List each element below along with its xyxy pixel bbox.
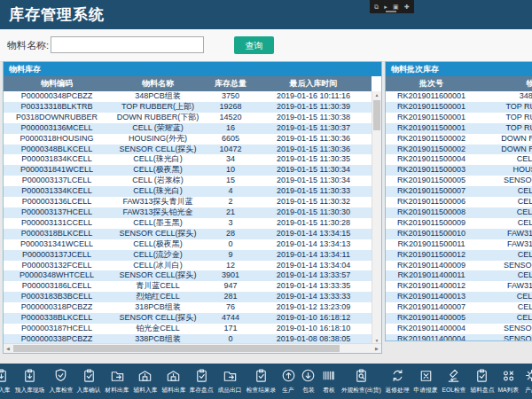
- table-row[interactable]: P0003183B3BCELL烈焰红CELL2812019-01-14 13:3…: [4, 292, 372, 302]
- table-cell: 76: [206, 302, 255, 313]
- table-cell: RK2019011400009: [386, 261, 477, 271]
- toolbar-item[interactable]: 产品: [523, 366, 532, 395]
- query-button[interactable]: 查询: [234, 36, 274, 54]
- scroll-left-icon[interactable]: ◀: [4, 344, 12, 353]
- toolbar-item[interactable]: 辅料入库: [133, 366, 158, 395]
- toolbar-item[interactable]: 生产: [280, 366, 297, 395]
- toolbar-item[interactable]: 入库确认: [76, 366, 101, 395]
- table-row[interactable]: RK2019011500002DOWN RUBBER(下部): [386, 145, 532, 155]
- table-row[interactable]: RK2019011500004CELL (荣耀蓝): [386, 154, 532, 165]
- table-row[interactable]: RK2019011500012CELL(墨玉黑): [386, 250, 532, 261]
- toolbar-item[interactable]: 入库检查: [49, 366, 74, 395]
- column-header: 库存总量: [206, 76, 255, 91]
- table-row[interactable]: P000003137LCELLCELL (岩浆棕)152019-01-15 11…: [4, 176, 372, 186]
- material-name-input[interactable]: [51, 36, 204, 53]
- export-icon[interactable]: ⧉: [374, 4, 379, 10]
- toolbar-item[interactable]: 看板: [320, 366, 337, 395]
- toolbar-item[interactable]: 材料出库: [105, 366, 129, 395]
- vertical-scrollbar[interactable]: ▲ ▼: [372, 91, 381, 345]
- table-row[interactable]: RK2019011400009SENSOR CELL(探头): [386, 261, 532, 271]
- table-row[interactable]: P000003187HCELL铂光金CELL1712019-01-10 16:1…: [4, 324, 372, 334]
- table-row[interactable]: RK2019011500001TOP RUBBER(上部): [386, 102, 532, 113]
- table-row[interactable]: P000031334KCELLCELL(珠光白)42019-01-15 11:3…: [4, 186, 372, 197]
- table-row[interactable]: RK2019011400005CELL (岩浆棕): [386, 313, 532, 324]
- table-cell: CELL(极夜黑): [110, 165, 206, 176]
- table-cell: TOP RUBBER(上部): [110, 102, 206, 113]
- table-row[interactable]: P00313318BLKTRBTOP RUBBER(上部)192682019-0…: [4, 102, 372, 113]
- toolbar-item[interactable]: 成品出口: [217, 366, 242, 395]
- table-row[interactable]: RK2019011500005SENSOR CELL(探头): [386, 176, 532, 186]
- table-row[interactable]: P000031834KCELLCELL(珠光白)342019-01-15 11:…: [4, 154, 372, 165]
- table-row[interactable]: RK2019011400012FAW313探头铂光金: [386, 281, 532, 292]
- table-row[interactable]: P0000348BLKCELLSENSOR CELL(探头)104722019-…: [4, 145, 372, 155]
- toolbar-item[interactable]: EOL检查: [442, 366, 466, 395]
- table-cell: 2019-01-16 10:11:16: [255, 91, 372, 102]
- toolbar-item[interactable]: 返修处理: [385, 366, 410, 395]
- table-row[interactable]: RK2019011500003HOUSING(外壳): [386, 165, 532, 176]
- material-inventory-table: 物料编码 物料名称 库存总量 最后入库时间 P000000348PCBZZ348…: [4, 76, 372, 345]
- tools-icon[interactable]: ✚: [404, 4, 410, 10]
- table-row[interactable]: RK2019011500008CELL (岩浆棕): [386, 207, 532, 218]
- screen-recorder-overlay[interactable]: ⧉ ▸ ▣ ✚: [370, 0, 414, 13]
- table-row[interactable]: P000031841WCELLCELL(极夜黑)102019-01-15 11:…: [4, 165, 372, 176]
- table-row[interactable]: RK2019011500002DOWN RUBBER(下部): [386, 134, 532, 145]
- scroll-right-icon[interactable]: ▶: [372, 344, 381, 353]
- table-row[interactable]: RK2019011400004SENSOR CELL(探头): [386, 334, 532, 341]
- toolbar-item[interactable]: 预入库现场: [14, 366, 45, 395]
- table-cell: FAW313探头青川蓝: [477, 229, 532, 239]
- toolbar-item[interactable]: 库存盘点: [189, 366, 214, 395]
- horizontal-scrollbar[interactable]: ◀ ▶: [4, 343, 381, 353]
- table-row[interactable]: P000003136LCELLFAW313探头青川蓝22019-01-15 11…: [4, 197, 372, 207]
- table-row[interactable]: RK2019011400011CELL(流沙金): [386, 270, 532, 281]
- table-row[interactable]: P000003132FCELLCELL(冰川白)122019-01-14 13:…: [4, 261, 372, 271]
- toolbar-item[interactable]: 申请报废: [413, 366, 438, 395]
- table-row[interactable]: RK2019011500011FAW313探头铂光金: [386, 239, 532, 250]
- table-row[interactable]: RK2019011500001TOP RUBBER(上部): [386, 123, 532, 134]
- table-cell: HOUSING(外壳): [110, 134, 206, 145]
- toolbar-item[interactable]: 包装: [300, 366, 317, 395]
- capture-icon[interactable]: ▣: [393, 4, 399, 10]
- table-row[interactable]: RK2019011500009CELL(珠光白): [386, 218, 532, 229]
- table-cell: CELL(珠光白): [477, 218, 532, 229]
- table-cell: 12: [206, 261, 255, 271]
- table-row[interactable]: P0318DOWNRUBBERDOWN RUBBER(下部)145202019-…: [4, 113, 372, 123]
- table-cell: 4744: [206, 313, 255, 324]
- table-row[interactable]: P0000318BLKCELLSENSOR CELL(探头)282019-01-…: [4, 229, 372, 239]
- table-row[interactable]: P000003131CCELLCELL(墨玉黑)32019-01-15 11:3…: [4, 218, 372, 229]
- table-row[interactable]: P000003186LCELL青川蓝CELL9472019-01-14 13:3…: [4, 281, 372, 292]
- table-cell: TOP RUBBER(上部): [477, 113, 532, 123]
- table-cell: P000003137HCELL: [4, 207, 110, 218]
- scrollbar-thumb[interactable]: [373, 100, 380, 130]
- table-row[interactable]: RK2019011500010FAW313探头青川蓝: [386, 229, 532, 239]
- toolbar-item[interactable]: 外观检查(出货): [340, 366, 382, 395]
- toolbar-item-label: 预入库: [0, 386, 11, 395]
- table-row[interactable]: P000000318PCBZZ318PCB组装762019-01-12 13:2…: [4, 302, 372, 313]
- table-cell: 171: [206, 324, 255, 334]
- table-row[interactable]: RK2019011400004SENSOR CELL(探头): [386, 324, 532, 334]
- table-row[interactable]: RK2019011500001TOP RUBBER(上部): [386, 113, 532, 123]
- table-cell: RK2019011400007: [386, 302, 477, 313]
- table-row[interactable]: RK2019011500006CELL(极夜黑): [386, 197, 532, 207]
- play-icon[interactable]: ▸: [384, 4, 387, 10]
- table-cell: 2019-01-15 11:30:32: [255, 197, 372, 207]
- scrollbar-thumb[interactable]: [13, 345, 340, 352]
- table-row[interactable]: P0000348WHTCELLSENSOR CELL(探头)39012019-0…: [4, 270, 372, 281]
- table-row[interactable]: P0000338BLKCELLSENSOR CELL(探头)47442019-0…: [4, 313, 372, 324]
- table-row[interactable]: RK2019011400007CELL(冰川白): [386, 302, 532, 313]
- toolbar-item[interactable]: 预入库: [0, 366, 11, 395]
- table-row[interactable]: P000003137HCELLFAW313探头铂光金212019-01-15 1…: [4, 207, 372, 218]
- toolbar-item[interactable]: 辅料盘点: [470, 366, 495, 395]
- table-row[interactable]: P000031341WCELLCELL(极夜黑)02019-01-14 13:3…: [4, 239, 372, 250]
- table-row[interactable]: RK2019011600001348PCB组装: [386, 91, 532, 102]
- toolbar-item[interactable]: 检查结果录: [246, 366, 277, 395]
- column-header: 物料名称: [110, 76, 206, 91]
- table-row[interactable]: P000003136MCELLCELL (荣耀蓝)162019-01-15 11…: [4, 123, 372, 134]
- table-row[interactable]: P0000318HOUSINGHOUSING(外壳)66052019-01-15…: [4, 134, 372, 145]
- scroll-up-icon[interactable]: ▲: [372, 91, 381, 99]
- toolbar-item[interactable]: 辅料出库: [161, 366, 186, 395]
- toolbar-item[interactable]: MA列表: [497, 366, 520, 395]
- table-row[interactable]: P000000348PCBZZ348PCB组装37502019-01-16 10…: [4, 91, 372, 102]
- table-row[interactable]: RK2019011500007CELL(珠光白): [386, 186, 532, 197]
- table-row[interactable]: RK2019011400013CELL (荣耀蓝): [386, 292, 532, 302]
- table-row[interactable]: P000003137JCELLCELL(流沙金)92019-01-14 13:3…: [4, 250, 372, 261]
